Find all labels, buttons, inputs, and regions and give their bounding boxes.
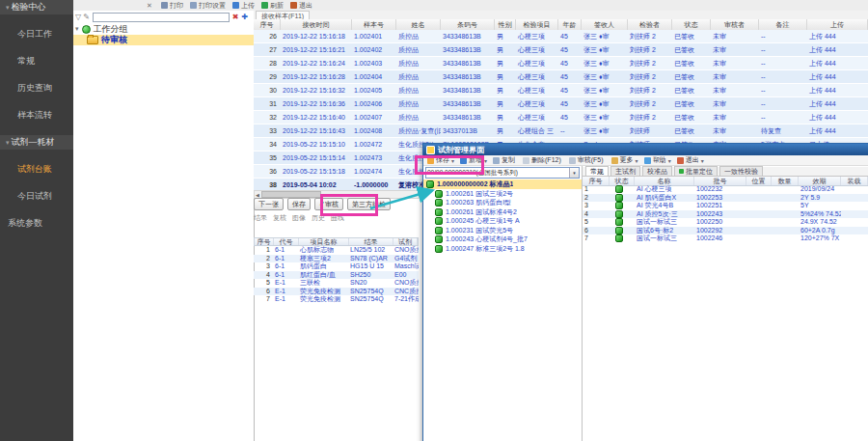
list-item[interactable]: 1.000263 肌钙蛋白I型 bbox=[423, 199, 582, 208]
close-icon[interactable]: ✕ bbox=[145, 2, 154, 10]
column-header[interactable]: 序号 bbox=[254, 19, 281, 30]
tree-node-pending[interactable]: 待审核 bbox=[73, 35, 254, 45]
table-row[interactable]: 4 6-1 肌红蛋白/血 SH250 E00 bbox=[254, 271, 419, 280]
dialog-toolbar-button[interactable]: 帮助 ▾ bbox=[644, 155, 671, 165]
table-row[interactable]: 1 6-1 心肌标志物 LN25/5 102 CNO质控 bbox=[254, 246, 419, 255]
tree-search-input[interactable] bbox=[93, 13, 230, 22]
chevron-down-icon[interactable]: ▾ bbox=[75, 25, 79, 33]
table-row[interactable]: 28 2019-12-22 15:16:24 1.002403 质控品 3433… bbox=[254, 57, 868, 70]
table-row[interactable]: 6 国试6号·标2 1002292 60+2A 0.7g bbox=[583, 227, 868, 235]
result-tool[interactable]: 结果 bbox=[254, 213, 267, 223]
table-row[interactable]: 4 AI 质控5次·三 1002243 5%24% 74.52 bbox=[583, 210, 868, 219]
column-header[interactable]: 状态 bbox=[672, 19, 711, 30]
sidebar-item[interactable]: 样本流转 bbox=[0, 108, 73, 123]
column-header[interactable]: 备注 bbox=[759, 19, 807, 30]
table-row[interactable]: 31 2019-12-22 15:16:36 1.002406 质控品 3433… bbox=[254, 97, 868, 111]
dialog-toolbar-button[interactable]: 更多 ▾ bbox=[611, 155, 638, 165]
toolbar-button[interactable]: 刷新 bbox=[261, 1, 284, 11]
dialog-toolbar-button[interactable]: 保存 ▾ bbox=[427, 155, 454, 165]
column-header[interactable]: 接收时间 bbox=[281, 19, 352, 30]
toolbar-button[interactable]: 打印 bbox=[161, 1, 183, 11]
list-item[interactable]: 1.000261 国试三项2号 bbox=[423, 189, 582, 199]
column-header[interactable]: 名称 bbox=[635, 177, 694, 185]
column-header[interactable]: 条码号 bbox=[441, 19, 495, 30]
add-filter-icon[interactable]: ✚ bbox=[242, 13, 249, 21]
dialog-toolbar-button[interactable]: 退出 ▾ bbox=[677, 155, 704, 165]
toolbar-button[interactable]: 打印设置 bbox=[190, 1, 226, 11]
result-button[interactable]: ✓审核 bbox=[314, 198, 343, 210]
dialog-toolbar-button[interactable]: 复制 bbox=[493, 155, 517, 165]
column-header[interactable]: 年龄 bbox=[558, 19, 582, 30]
column-header[interactable]: 数量 bbox=[772, 177, 799, 185]
dialog-tab[interactable]: 一致性校验 bbox=[719, 166, 763, 176]
table-row[interactable]: 32 2019-12-22 15:16:40 1.002407 质控品 3433… bbox=[254, 111, 868, 124]
table-row[interactable]: 29 2019-12-22 15:16:28 1.002404 质控品 3433… bbox=[254, 70, 868, 84]
table-row[interactable]: 26 2019-12-22 15:16:18 1.002401 质控品 3433… bbox=[254, 30, 868, 43]
sidebar-item[interactable]: 今日试剂 bbox=[0, 189, 73, 204]
sidebar-item[interactable]: 历史查询 bbox=[0, 81, 73, 96]
list-item[interactable]: 1.000247 标准三项2号 1.8 bbox=[423, 244, 582, 254]
table-row[interactable]: 5 E-1 三联检 SN20 CNO质控 bbox=[254, 279, 419, 288]
reagent-combo[interactable]: 09/99.000000219(全国批号系列) ▾ bbox=[425, 167, 580, 179]
table-row[interactable]: 1 AI 心梗三项 1002232 2019/09/24 bbox=[583, 185, 868, 194]
dialog-tab[interactable]: 校准品 bbox=[642, 166, 672, 176]
column-header[interactable]: 批号 bbox=[694, 177, 746, 185]
list-item[interactable]: 1.000245 心梗三项1号 A bbox=[423, 217, 582, 227]
table-row[interactable]: 3 AI 荧光4号B 1002251 5Y bbox=[583, 202, 868, 210]
result-tool[interactable]: 历史 bbox=[312, 213, 325, 223]
table-row[interactable]: 30 2019-12-22 15:16:32 1.002405 质控品 3433… bbox=[254, 84, 868, 97]
result-button[interactable]: ✓下一张 bbox=[254, 198, 284, 210]
edit-icon[interactable]: ✎ bbox=[83, 13, 90, 21]
table-row[interactable]: 6 E-1 荧光免疫检测 SN25754Q CNC质控 bbox=[254, 288, 419, 296]
dialog-tab[interactable]: 常规 bbox=[585, 166, 609, 176]
table-row[interactable]: 3 6-1 肌钙蛋白 HG15 U 15 Masch试剂 bbox=[254, 262, 419, 271]
result-button[interactable]: ✓保存 bbox=[287, 198, 311, 210]
toolbar-button[interactable]: 上传 bbox=[232, 1, 255, 11]
column-header[interactable]: 检验项目 bbox=[516, 19, 558, 30]
dialog-toolbar-button[interactable]: 新增 ▾ bbox=[460, 155, 487, 165]
result-button[interactable]: ✓第三方待检 bbox=[347, 198, 391, 210]
table-row[interactable]: 7 国试一标试三 1002246 120+27% 7X bbox=[583, 234, 868, 243]
column-header[interactable]: 试剂 bbox=[393, 238, 418, 245]
column-header[interactable]: 位置 bbox=[746, 177, 772, 185]
table-row[interactable]: 5 国试一标试三 1002250 24.9X 74.52 bbox=[583, 218, 868, 227]
dialog-tab[interactable]: 批量定位 bbox=[674, 166, 718, 176]
table-row[interactable]: 2 AI 肌钙蛋白X 1002253 2Y 5.9 bbox=[583, 194, 868, 203]
dialog-tab[interactable]: 主试剂 bbox=[610, 166, 640, 176]
column-header[interactable]: 姓名 bbox=[396, 19, 441, 30]
column-header[interactable]: 审核者 bbox=[711, 19, 759, 30]
column-header[interactable]: 签收人 bbox=[582, 19, 628, 30]
result-tool[interactable]: 图像 bbox=[292, 213, 306, 223]
sidebar-item[interactable]: 系统参数 bbox=[0, 216, 73, 231]
column-header[interactable]: 检验者 bbox=[628, 19, 672, 30]
result-tool[interactable]: 曲线 bbox=[331, 213, 344, 223]
column-header[interactable]: 装载 bbox=[841, 177, 868, 185]
clear-filter-icon[interactable]: ✖ bbox=[232, 13, 239, 21]
column-header[interactable]: 结果 bbox=[349, 238, 393, 245]
column-header[interactable]: 性别 bbox=[495, 19, 516, 30]
sidebar-item[interactable]: 今日工作 bbox=[0, 27, 73, 41]
sidebar-item[interactable]: 试剂台账 bbox=[0, 162, 73, 177]
list-item-selected[interactable]: 1.000000000002 标准品1 bbox=[423, 179, 582, 189]
table-row[interactable]: 27 2019-12-22 15:16:21 1.002402 质控品 3433… bbox=[254, 43, 868, 57]
filter-icon[interactable]: ▽ bbox=[75, 13, 81, 21]
sidebar-item[interactable]: 试剂—耗材 bbox=[0, 135, 73, 150]
result-tool[interactable]: 复核 bbox=[273, 213, 286, 223]
dialog-toolbar-button[interactable]: 删除(F12) bbox=[523, 155, 563, 165]
column-header[interactable]: 样本号 bbox=[352, 19, 396, 30]
column-header[interactable]: 状态 bbox=[610, 177, 635, 185]
list-item[interactable]: 1.000231 国试荧光5号 bbox=[423, 226, 582, 235]
column-header[interactable]: 代号 bbox=[274, 238, 299, 245]
column-header[interactable]: 效期 bbox=[799, 177, 841, 185]
dialog-titlebar[interactable]: 试剂管理界面 bbox=[423, 144, 868, 155]
toolbar-button[interactable]: 退出 bbox=[290, 1, 312, 11]
table-row[interactable]: 7 E-1 荧光免疫检测 SN25754Q 7-21作成 bbox=[254, 295, 419, 304]
column-header[interactable]: 项目名称 bbox=[299, 238, 349, 245]
tree-root-node[interactable]: ▾ 工作分组 bbox=[75, 24, 128, 34]
dialog-toolbar-button[interactable]: 审核(F5) bbox=[569, 155, 606, 165]
column-header[interactable]: 上传 bbox=[807, 19, 868, 30]
table-row[interactable]: 33 2019-12-22 15:16:43 1.002408 质控品·复查(旧… bbox=[254, 124, 868, 138]
column-header[interactable]: 序号 bbox=[583, 177, 610, 185]
sidebar-item[interactable]: 检验中心 bbox=[0, 0, 73, 14]
list-item[interactable]: 1.000243 心梗试剂4号_批7 bbox=[423, 235, 582, 245]
